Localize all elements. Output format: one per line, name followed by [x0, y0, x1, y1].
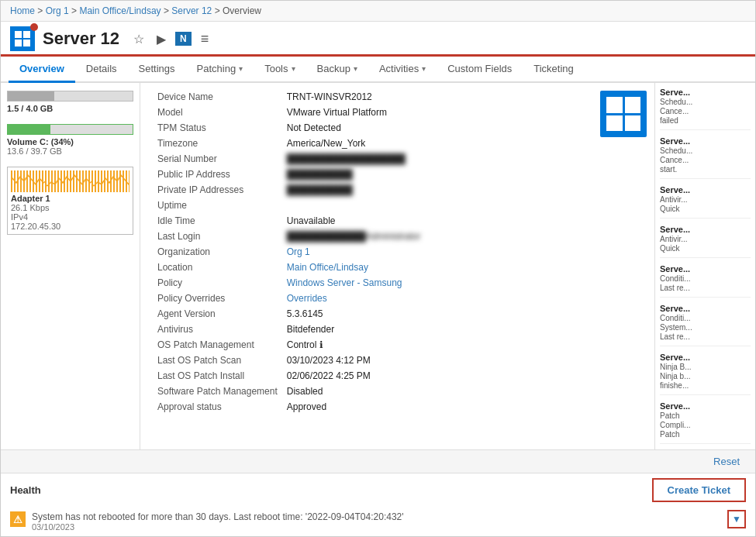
- alert-date: 03/10/2023: [32, 522, 404, 532]
- play-button[interactable]: ▶: [154, 30, 169, 48]
- table-row: PolicyWindows Server - Samsung: [153, 275, 642, 291]
- tab-tools[interactable]: Tools ▾: [254, 57, 306, 83]
- field-value: TRNT-WINSVR2012: [282, 89, 642, 105]
- ram-label: 1.5 / 4.0 GB: [7, 104, 133, 113]
- field-label: Device Name: [153, 89, 282, 105]
- table-row: Private IP Addresses██████████: [153, 182, 642, 198]
- table-row: Software Patch ManagementDisabled: [153, 384, 642, 399]
- table-row: Serial Number██████████████████: [153, 151, 642, 167]
- main-content: 1.5 / 4.0 GB Volume C: (34%) 13.6 / 39.7…: [1, 83, 755, 449]
- list-item: Serve...Antivir... Quick: [660, 225, 751, 258]
- activity-detail: Antivir... Quick: [660, 195, 688, 213]
- tab-patching[interactable]: Patching ▾: [186, 57, 254, 83]
- table-row: Agent Version5.3.6145: [153, 306, 642, 322]
- alert-text: System has not rebooted for more than 30…: [32, 511, 404, 522]
- adapter-speed: 26.1 Kbps: [11, 203, 129, 212]
- adapter-ip: 172.20.45.30: [11, 222, 129, 231]
- field-value[interactable]: Windows Server - Samsung: [282, 275, 642, 291]
- activity-title: Serve...: [660, 304, 751, 313]
- left-panel: 1.5 / 4.0 GB Volume C: (34%) 13.6 / 39.7…: [1, 83, 140, 449]
- page-header: Server 12 ☆ ▶ N ≡: [1, 22, 755, 57]
- activity-detail: Schedu... Cance... start.: [660, 146, 692, 174]
- field-label: Serial Number: [153, 151, 282, 167]
- dropdown-button[interactable]: ▼: [727, 510, 746, 528]
- tab-backup[interactable]: Backup ▾: [306, 57, 368, 83]
- volume-resource: Volume C: (34%) 13.6 / 39.7 GB: [7, 124, 133, 156]
- health-header: Health Create Ticket: [10, 473, 746, 507]
- tab-details[interactable]: Details: [75, 57, 128, 83]
- field-value: VMware Virtual Platform: [282, 105, 642, 120]
- field-label: Model: [153, 105, 282, 120]
- list-item: Serve...Antivir... Quick: [660, 185, 751, 219]
- page-title: Server 12: [43, 29, 119, 49]
- field-value: Not Detected: [282, 120, 642, 136]
- chevron-down-icon: ▼: [732, 514, 741, 525]
- field-label: Organization: [153, 244, 282, 260]
- table-row: TPM StatusNot Detected: [153, 120, 642, 136]
- breadcrumb-server[interactable]: Server 12: [171, 5, 212, 16]
- table-row: Last Login████████████Administrator: [153, 229, 642, 244]
- create-ticket-button[interactable]: Create Ticket: [652, 478, 746, 502]
- star-button[interactable]: ☆: [130, 30, 147, 48]
- field-label: Policy: [153, 275, 282, 291]
- field-label: Last OS Patch Scan: [153, 353, 282, 368]
- activity-detail: Ninja B... Ninja b... finishe...: [660, 363, 692, 390]
- list-item: Serve...Conditi... Last re...: [660, 264, 751, 298]
- field-value: Approved: [282, 399, 642, 415]
- tab-settings[interactable]: Settings: [128, 57, 186, 83]
- tab-activities[interactable]: Activities ▾: [368, 57, 437, 83]
- table-row: Approval statusApproved: [153, 399, 642, 415]
- field-label: Uptime: [153, 198, 282, 213]
- health-section: Health Create Ticket ⚠ System has not re…: [1, 473, 755, 536]
- menu-button[interactable]: ≡: [198, 29, 212, 49]
- table-row: OS Patch ManagementControl ℹ: [153, 337, 642, 353]
- chevron-down-icon: ▾: [354, 64, 357, 73]
- volume-sub: 13.6 / 39.7 GB: [7, 146, 133, 156]
- field-label: Last Login: [153, 229, 282, 244]
- field-value: Bitdefender: [282, 322, 642, 337]
- shield-button[interactable]: N: [175, 32, 192, 46]
- activity-detail: Antivir... Quick: [660, 235, 688, 253]
- field-value[interactable]: Overrides: [282, 291, 642, 306]
- field-label: TPM Status: [153, 120, 282, 136]
- field-value: Disabled: [282, 384, 642, 399]
- table-row: Last OS Patch Scan03/10/2023 4:12 PM: [153, 353, 642, 368]
- header-actions: ☆ ▶ N ≡: [130, 29, 212, 49]
- field-value: ██████████████████: [282, 151, 642, 167]
- field-label: OS Patch Management: [153, 337, 282, 353]
- breadcrumb-org[interactable]: Org 1: [46, 5, 69, 16]
- breadcrumb-home[interactable]: Home: [10, 5, 35, 16]
- activity-title: Serve...: [660, 136, 751, 146]
- field-label: Software Patch Management: [153, 384, 282, 399]
- table-row: Policy OverridesOverrides: [153, 291, 642, 306]
- field-label: Idle Time: [153, 213, 282, 229]
- table-row: LocationMain Office/Lindsay: [153, 260, 642, 275]
- field-value: ████████████Administrator: [282, 229, 642, 244]
- tab-custom-fields[interactable]: Custom Fields: [437, 57, 523, 83]
- table-row: AntivirusBitdefender: [153, 322, 642, 337]
- field-value: [282, 198, 642, 213]
- activity-detail: Patch Compli... Patch: [660, 411, 690, 439]
- field-value: Unavailable: [282, 213, 642, 229]
- center-panel: Device NameTRNT-WINSVR2012ModelVMware Vi…: [140, 83, 654, 449]
- activity-title: Serve...: [660, 225, 751, 234]
- activity-title: Serve...: [660, 353, 751, 362]
- reset-button[interactable]: Reset: [707, 453, 746, 470]
- health-title: Health: [10, 484, 41, 496]
- breadcrumb-location[interactable]: Main Office/Lindsay: [79, 5, 161, 16]
- warning-icon: ⚠: [10, 511, 26, 527]
- breadcrumb-current: Overview: [223, 5, 261, 16]
- list-item: Serve...Conditi... System... Last re...: [660, 304, 751, 346]
- field-value[interactable]: Main Office/Lindsay: [282, 260, 642, 275]
- chevron-down-icon: ▾: [422, 64, 426, 73]
- field-label: Public IP Address: [153, 167, 282, 182]
- activity-title: Serve...: [660, 264, 751, 274]
- field-value[interactable]: Org 1: [282, 244, 642, 260]
- field-value: ██████████: [282, 182, 642, 198]
- tab-bar: Overview Details Settings Patching ▾ Too…: [1, 57, 755, 83]
- field-label: Location: [153, 260, 282, 275]
- tab-ticketing[interactable]: Ticketing: [523, 57, 585, 83]
- tab-overview[interactable]: Overview: [9, 57, 75, 83]
- os-windows-icon: [600, 91, 647, 137]
- activity-detail: Conditi... System... Last re...: [660, 314, 692, 341]
